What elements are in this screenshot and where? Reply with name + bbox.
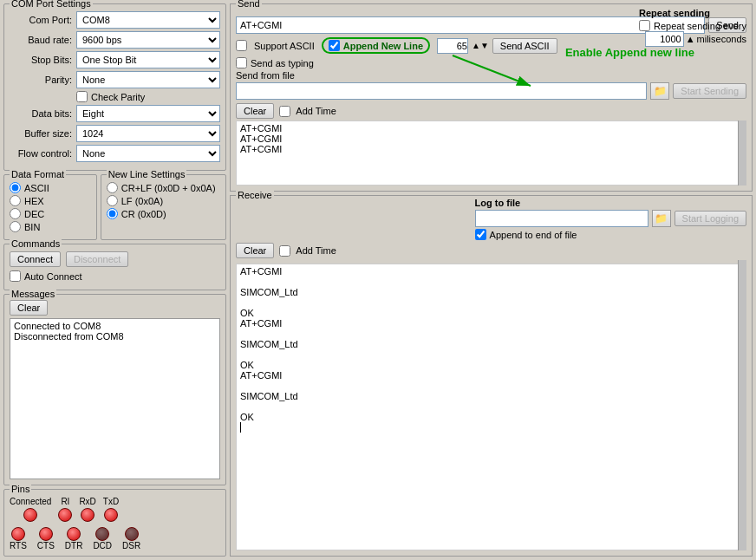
repeat-sending-checkbox[interactable]: [639, 20, 650, 31]
pin-cts-led: [39, 527, 53, 541]
receive-add-time-checkbox[interactable]: [279, 245, 290, 257]
send-as-typing-label: Send as typing: [251, 58, 314, 68]
send-log-line-2: AT+CGMI: [240, 133, 742, 144]
com-port-select[interactable]: COM8: [76, 11, 220, 29]
receive-line-5: OK: [240, 308, 733, 318]
receive-line-14: [240, 401, 733, 412]
pin-cts-label: CTS: [37, 541, 55, 550]
append-new-line-checkbox[interactable]: [329, 40, 340, 51]
receive-line-11: AT+CGMI: [240, 370, 733, 381]
pin-rts-led: [11, 527, 25, 541]
pin-ri: RI: [58, 497, 72, 522]
receive-line-12: [240, 381, 733, 391]
data-format-dec-radio[interactable]: [10, 208, 21, 219]
pin-txd-led: [104, 508, 118, 522]
send-clear-button[interactable]: Clear: [236, 103, 274, 119]
data-format-hex-radio[interactable]: [10, 195, 21, 206]
receive-line-6: AT+CGMI: [240, 318, 733, 329]
send-scrollbar[interactable]: [738, 120, 746, 186]
new-line-crlf-radio[interactable]: [107, 182, 118, 193]
receive-line-8: SIMCOM_Ltd: [240, 339, 733, 349]
connect-button[interactable]: Connect: [10, 251, 61, 267]
new-line-lf-label: LF (0x0A): [121, 196, 163, 206]
new-line-cr-radio[interactable]: [107, 208, 118, 219]
auto-connect-checkbox[interactable]: [10, 270, 21, 282]
pin-connected: Connected: [10, 497, 51, 522]
pin-ri-label: RI: [61, 497, 69, 506]
pin-rxd-led: [81, 508, 94, 522]
repeat-every-label: Repeat sending every: [654, 21, 746, 31]
messages-clear-button[interactable]: Clear: [10, 300, 48, 316]
data-format-ascii-label: ASCII: [24, 183, 49, 193]
stop-bits-label: Stop Bits:: [10, 55, 72, 65]
baud-rate-select[interactable]: 9600 bps: [76, 31, 220, 49]
commands-title: Commands: [10, 238, 62, 249]
receive-line-3: SIMCOM_Ltd: [240, 287, 733, 297]
receive-line-9: [240, 349, 733, 360]
send-as-typing-checkbox[interactable]: [236, 57, 247, 68]
pin-dcd-led: [95, 527, 109, 541]
send-add-time-checkbox[interactable]: [279, 106, 290, 117]
receive-content-area: AT+CGMI SIMCOM_Ltd OK AT+CGMI SIMCOM_Ltd…: [236, 264, 746, 550]
pin-dtr: DTR: [65, 525, 83, 550]
pin-ri-led: [58, 508, 72, 522]
log-file-browse-button[interactable]: 📁: [652, 210, 671, 227]
log-to-file-title: Log to file: [475, 198, 746, 208]
pin-dsr: DSR: [122, 525, 140, 550]
new-line-crlf-label: CR+LF (0x0D + 0x0A): [121, 183, 216, 193]
flow-control-label: Flow control:: [10, 148, 72, 159]
start-logging-button[interactable]: Start Logging: [675, 211, 746, 226]
new-line-lf-radio[interactable]: [107, 195, 118, 206]
new-line-cr-label: CR (0x0D): [121, 209, 166, 219]
arrow-annotation: [427, 51, 565, 103]
repeat-sending-title: Repeat sending: [639, 8, 746, 18]
baud-rate-label: Baud rate:: [10, 35, 72, 45]
send-log-area: AT+CGMI AT+CGMI AT+CGMI: [236, 120, 746, 186]
append-to-end-checkbox[interactable]: [475, 229, 486, 240]
pin-txd: TxD: [103, 497, 119, 522]
send-add-time-label: Add Time: [296, 106, 336, 116]
data-format-bin-label: BIN: [24, 222, 40, 232]
data-format-ascii-radio[interactable]: [10, 182, 21, 193]
message-line-1: Connected to COM8: [14, 321, 216, 331]
data-format-dec-label: DEC: [24, 209, 44, 219]
data-bits-select[interactable]: Eight: [76, 105, 220, 122]
buffer-size-select[interactable]: 1024: [76, 125, 220, 142]
pin-dtr-label: DTR: [65, 541, 83, 550]
svg-line-0: [453, 55, 531, 86]
receive-line-15: OK: [240, 412, 733, 422]
pin-cts: CTS: [37, 525, 55, 550]
data-bits-label: Data bits:: [10, 108, 72, 119]
append-new-line-label[interactable]: Append New Line: [322, 37, 430, 54]
flow-control-select[interactable]: None: [76, 145, 220, 162]
data-format-bin-radio[interactable]: [10, 221, 21, 232]
send-file-browse-button[interactable]: 📁: [650, 82, 669, 100]
send-log-line-3: AT+CGMI: [240, 144, 742, 154]
receive-line-1: AT+CGMI: [240, 266, 733, 277]
pin-dtr-led: [67, 527, 81, 541]
disconnect-button[interactable]: Disconnect: [66, 251, 128, 267]
receive-clear-button[interactable]: Clear: [236, 243, 274, 258]
receive-scrollbar[interactable]: [738, 260, 746, 550]
send-from-file-label: Send from file: [236, 70, 295, 81]
pins-title: Pins: [10, 484, 31, 494]
send-text-input[interactable]: [236, 16, 705, 34]
pin-connected-led: [23, 508, 37, 522]
stop-bits-select[interactable]: One Stop Bit: [76, 51, 220, 68]
receive-title: Receive: [236, 190, 274, 200]
message-line-2: Disconnected from COM8: [14, 331, 216, 342]
pin-dcd-label: DCD: [93, 541, 112, 550]
pin-rts: RTS: [10, 525, 27, 550]
log-file-input[interactable]: [475, 210, 648, 227]
auto-connect-label: Auto Connect: [24, 271, 82, 282]
parity-label: Parity:: [10, 75, 72, 85]
send-log-line-1: AT+CGMI: [240, 123, 742, 133]
receive-line-7: [240, 329, 733, 339]
parity-select[interactable]: None: [76, 71, 220, 88]
messages-content: Connected to COM8 Disconnected from COM8: [10, 318, 220, 479]
receive-line-4: [240, 297, 733, 308]
com-port-settings-title: COM Port Settings: [10, 0, 93, 9]
start-sending-button[interactable]: Start Sending: [673, 83, 746, 99]
support-ascii-checkbox[interactable]: [236, 40, 247, 51]
check-parity-checkbox[interactable]: [76, 91, 88, 102]
